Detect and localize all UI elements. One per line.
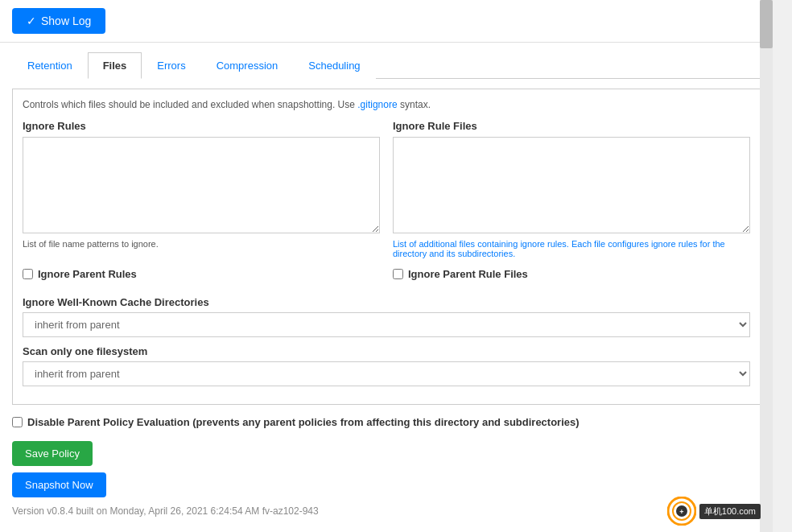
ignore-rule-files-col: Ignore Rule Files List of additional fil… — [393, 120, 750, 258]
gitignore-link[interactable]: .gitignore — [357, 99, 397, 110]
ignore-well-known-label: Ignore Well-Known Cache Directories — [23, 296, 750, 308]
show-log-label: Show Log — [41, 14, 91, 27]
content-area: Controls which files should be included … — [12, 89, 761, 405]
check-circle-icon: ✓ — [27, 14, 36, 27]
version-text: Version v0.8.4 built on Monday, April 26… — [12, 505, 319, 517]
tabs: Retention Files Errors Compression Sched… — [12, 52, 761, 79]
ignore-rules-hint: List of file name patterns to ignore. — [23, 239, 380, 249]
tab-compression[interactable]: Compression — [201, 52, 294, 79]
scan-only-one-section: Scan only one filesystem inherit from pa… — [23, 345, 750, 386]
logo-container: + — [667, 497, 696, 526]
ignore-well-known-select[interactable]: inherit from parent true false — [23, 312, 750, 337]
disable-parent-policy-label[interactable]: Disable Parent Policy Evaluation (preven… — [27, 416, 580, 428]
logo-svg: + — [667, 497, 696, 526]
ignore-rule-files-label: Ignore Rule Files — [393, 120, 750, 132]
info-text-suffix: syntax. — [398, 99, 431, 110]
logo-text: 单机100.com — [699, 504, 761, 519]
parent-rules-checkboxes: Ignore Parent Rules Ignore Parent Rule F… — [23, 268, 750, 287]
ignore-well-known-section: Ignore Well-Known Cache Directories inhe… — [23, 296, 750, 337]
tabs-container: Retention Files Errors Compression Sched… — [0, 43, 773, 79]
ignore-rules-textarea[interactable] — [23, 137, 380, 233]
ignore-rule-files-hint: List of additional files containing igno… — [393, 239, 750, 258]
tab-files[interactable]: Files — [88, 52, 142, 79]
scrollbar-track[interactable] — [760, 0, 773, 532]
ignore-rules-col: Ignore Rules List of file name patterns … — [23, 120, 380, 258]
ignore-parent-rules-label[interactable]: Ignore Parent Rules — [38, 268, 137, 280]
scan-only-one-label: Scan only one filesystem — [23, 345, 750, 357]
footer: Version v0.8.4 built on Monday, April 26… — [0, 490, 773, 532]
ignore-rule-files-textarea[interactable] — [393, 137, 750, 233]
disable-parent-policy-checkbox[interactable] — [12, 417, 23, 427]
ignore-parent-rules-row: Ignore Parent Rules — [23, 268, 380, 280]
svg-text:+: + — [679, 508, 683, 516]
save-policy-button[interactable]: Save Policy — [12, 441, 93, 466]
scan-only-one-select[interactable]: inherit from parent true false — [23, 361, 750, 386]
top-bar: ✓ Show Log — [0, 0, 773, 43]
disable-parent-policy-row: Disable Parent Policy Evaluation (preven… — [12, 416, 761, 428]
tab-errors[interactable]: Errors — [142, 52, 200, 79]
ignore-parent-rule-files-checkbox[interactable] — [393, 269, 403, 279]
tab-retention[interactable]: Retention — [12, 52, 88, 79]
ignore-parent-rule-files-label[interactable]: Ignore Parent Rule Files — [408, 268, 528, 280]
footer-logo: + 单机100.com — [667, 497, 761, 526]
info-text-prefix: Controls which files should be included … — [23, 99, 357, 110]
tab-scheduling[interactable]: Scheduling — [293, 52, 375, 79]
ignore-parent-rules-checkbox[interactable] — [23, 269, 33, 279]
scrollbar-thumb[interactable] — [760, 0, 773, 48]
show-log-button[interactable]: ✓ Show Log — [12, 8, 105, 34]
ignore-rules-label: Ignore Rules — [23, 120, 380, 132]
info-text: Controls which files should be included … — [23, 99, 750, 110]
ignore-rules-section: Ignore Rules List of file name patterns … — [23, 120, 750, 258]
ignore-parent-rule-files-row: Ignore Parent Rule Files — [393, 268, 750, 280]
